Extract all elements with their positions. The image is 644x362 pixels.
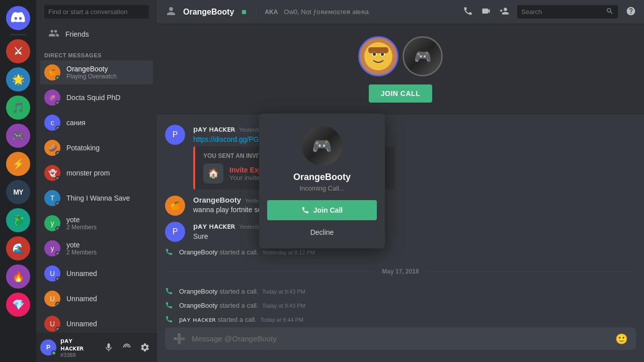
system-message-text: OrangeBooty started a call. Today at 9:4… — [179, 302, 305, 309]
status-dot — [55, 176, 60, 181]
message-avatar: 🍊 — [165, 196, 185, 216]
header-search-input[interactable] — [521, 8, 602, 16]
dm-avatar-thing: T — [44, 190, 60, 206]
call-modal-avatar: 🎮 — [302, 126, 342, 166]
help-button[interactable] — [626, 6, 636, 18]
system-timestamp: Yesterday at 8:12 PM — [262, 249, 315, 255]
call-participant-2: 🎮 — [403, 36, 443, 76]
server-sidebar: ⚔ 🌟 🎵 🎮 ⚡ MY 🐉 🌊 🔥 💎 — [0, 0, 36, 362]
message-avatar: P — [165, 125, 185, 145]
phone-icon — [301, 206, 309, 214]
dm-name: Unnamed — [66, 320, 149, 328]
svg-point-0 — [364, 42, 392, 70]
status-dot — [55, 277, 60, 282]
dm-status: 2 Members — [66, 224, 149, 231]
friends-item[interactable]: Friends — [40, 24, 153, 44]
home-server-icon[interactable] — [6, 6, 30, 30]
message-group: 🍊 OrangeBooty Yesterday at 7:47 PM wanna… — [165, 194, 636, 218]
server-icon-4[interactable]: 🎮 — [6, 124, 30, 148]
system-message: pᴀʏ ʜᴀᴄᴋᴇʀ started a call. Today at 9:44… — [165, 313, 636, 325]
dm-search-input[interactable] — [44, 5, 149, 19]
join-call-button[interactable]: JOIN CALL — [369, 84, 432, 103]
dm-status: Playing Overwatch — [66, 73, 149, 80]
dm-avatar-unnamed1: U — [44, 265, 60, 282]
dm-avatar-docta: 🦑 — [44, 89, 60, 106]
header-search-box — [517, 5, 618, 19]
status-dot — [55, 251, 60, 256]
dm-item-yote1[interactable]: y yote 2 Members — [40, 211, 153, 235]
call-participants: 🎮 — [358, 36, 443, 76]
call-modal-actions: Join Call Decline — [259, 200, 385, 248]
server-icon-9[interactable]: 🔥 — [6, 264, 30, 289]
embed-server-icon: 🏠 — [203, 163, 223, 184]
settings-button[interactable] — [137, 339, 153, 355]
server-icon-8[interactable]: 🌊 — [6, 236, 30, 260]
server-icon-6[interactable]: MY — [6, 180, 30, 204]
dm-item-orangebooty[interactable]: 🍊 OrangeBooty Playing Overwatch — [40, 60, 153, 84]
dm-item-unnamed3[interactable]: U Unnamed — [40, 312, 153, 333]
message-author: OrangeBooty — [193, 196, 241, 204]
message-group: P pᴀʏ ʜᴀᴄᴋᴇʀ Yesterday at 5:24 PM https:… — [165, 123, 636, 192]
video-call-button[interactable] — [481, 6, 491, 18]
server-icon-3[interactable]: 🎵 — [6, 96, 30, 120]
date-separator: May 17, 2018 — [165, 268, 636, 275]
dm-avatar-potatoking: 🥔 — [44, 140, 60, 156]
dm-item-unnamed1[interactable]: U Unnamed — [40, 261, 153, 286]
dm-name: Unnamed — [66, 269, 149, 278]
message-input[interactable] — [192, 327, 609, 350]
dm-item-thing[interactable]: T Thing I Wanna Save — [40, 186, 153, 210]
dm-item-unnamed2[interactable]: U Unnamed — [40, 287, 153, 311]
dm-name: Docta Squid PhD — [66, 94, 149, 102]
status-dot — [55, 126, 60, 131]
system-message-text: pᴀʏ ʜᴀᴄᴋᴇʀ started a call. Today at 9:44… — [179, 316, 303, 323]
message-input-area: ➕ 🙂 — [157, 327, 644, 362]
server-icon-2[interactable]: 🌟 — [6, 67, 30, 92]
header-custom-status: Ow0, Not ƒоʀеᴍоsтеʀ аlеʀа — [284, 8, 368, 16]
add-friend-button[interactable] — [499, 6, 509, 18]
dm-item-yote2[interactable]: y yote 2 Members — [40, 236, 153, 260]
system-message-text: OrangeBooty started a call. Yesterday at… — [179, 248, 315, 256]
system-message: OrangeBooty started a call. Today at 9:4… — [165, 299, 636, 311]
dm-item-monsterprom[interactable]: 👻 monster prom — [40, 161, 153, 185]
dm-item-potatoking[interactable]: 🥔 Potatoking — [40, 136, 153, 160]
call-participant-1 — [358, 36, 398, 76]
username: pᴀʏ ʜᴀᴄᴋᴇʀ — [60, 337, 97, 352]
deafen-button[interactable] — [119, 339, 135, 355]
friends-label: Friends — [65, 30, 89, 38]
upload-button[interactable]: ➕ — [173, 333, 186, 345]
header-recipient-name: OrangeBooty — [183, 8, 234, 17]
call-modal-status: Incoming Call... — [259, 183, 385, 200]
dm-avatar-unnamed3: U — [44, 316, 60, 332]
system-timestamp: Today at 9:44 PM — [260, 317, 303, 323]
call-icon — [165, 301, 173, 309]
dm-avatar-yote1: y — [44, 215, 60, 231]
user-tag: #3389 — [60, 352, 97, 358]
dm-name: сания — [66, 119, 149, 127]
system-message-text: OrangeBooty started a call. Today at 9:4… — [179, 288, 305, 295]
user-avatar: P — [40, 339, 56, 355]
dm-item-sania[interactable]: с сания — [40, 111, 153, 135]
system-timestamp: Today at 9:43 PM — [262, 303, 305, 309]
message-avatar: P — [165, 222, 185, 242]
call-modal-decline-button[interactable]: Decline — [267, 224, 377, 240]
user-area: P pᴀʏ ʜᴀᴄᴋᴇʀ #3389 — [36, 333, 157, 362]
emoji-button[interactable]: 🙂 — [615, 333, 628, 345]
status-dot-online — [55, 75, 60, 80]
dm-search-area — [36, 0, 157, 24]
call-icon — [165, 315, 173, 323]
mute-button[interactable] — [101, 339, 117, 355]
status-dot — [55, 151, 60, 156]
status-dot — [55, 327, 60, 332]
call-modal-join-button[interactable]: Join Call — [267, 200, 377, 220]
status-dot — [55, 226, 60, 231]
system-message: OrangeBooty started a call. Today at 9:4… — [165, 285, 636, 297]
server-icon-5[interactable]: ⚡ — [6, 152, 30, 176]
server-icon-1[interactable]: ⚔ — [6, 39, 30, 63]
dm-avatar-unnamed2: U — [44, 291, 60, 307]
server-icon-10[interactable]: 💎 — [6, 293, 30, 317]
server-icon-7[interactable]: 🐉 — [6, 208, 30, 232]
dm-item-docta[interactable]: 🦑 Docta Squid PhD — [40, 85, 153, 110]
messages-area: P pᴀʏ ʜᴀᴄᴋᴇʀ Yesterday at 5:24 PM https:… — [157, 115, 644, 327]
call-button[interactable] — [463, 6, 473, 18]
message-author: pᴀʏ ʜᴀᴄᴋᴇʀ — [193, 222, 235, 231]
